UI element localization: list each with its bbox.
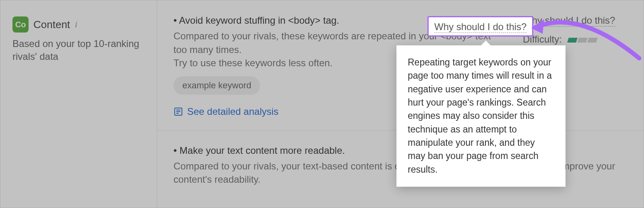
why-tooltip: Repeating target keywords on your page t… [396, 45, 566, 187]
content-badge: Co [12, 16, 29, 33]
section-subtitle: Based on your top 10-ranking rivals' dat… [12, 37, 145, 63]
detailed-analysis-link[interactable]: See detailed analysis [173, 106, 279, 117]
info-icon[interactable]: i [75, 19, 77, 30]
difficulty-label: Difficulty: [523, 34, 627, 45]
section-title: Content [33, 18, 70, 31]
difficulty-indicator [568, 38, 597, 43]
why-link[interactable]: Why should I do this? [434, 21, 526, 33]
why-link-highlight: Why should I do this? [427, 16, 533, 37]
detailed-analysis-label: See detailed analysis [187, 106, 279, 117]
report-icon [173, 107, 183, 116]
why-link[interactable]: Why should I do this? [523, 15, 615, 27]
section-header: Co Content i [12, 16, 145, 33]
keyword-chip[interactable]: example keyword [173, 76, 260, 95]
